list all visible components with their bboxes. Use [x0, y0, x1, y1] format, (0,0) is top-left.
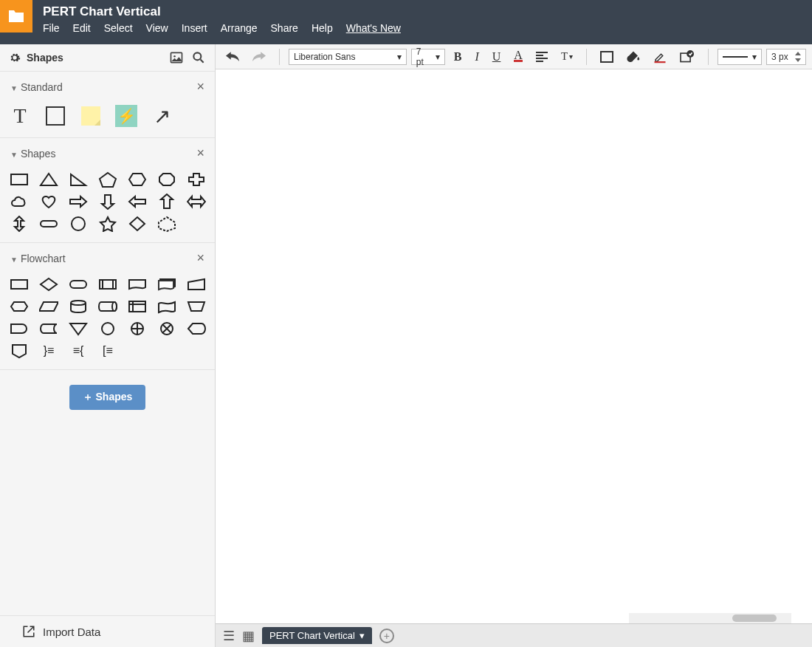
fontsize-select[interactable]: 7 pt ▾	[411, 49, 445, 65]
close-icon[interactable]: ×	[196, 250, 204, 266]
shape-polygon5[interactable]	[156, 216, 177, 232]
stroke-select[interactable]: ▾	[718, 49, 762, 65]
sidebar-header: Shapes	[0, 44, 215, 72]
app-logo[interactable]	[0, 0, 32, 32]
line-tool[interactable]: ↗	[151, 105, 173, 127]
shape-arrow-lr[interactable]	[186, 194, 207, 210]
image-icon[interactable]	[169, 50, 184, 65]
text-tool[interactable]: T	[9, 105, 31, 127]
fc-hex[interactable]	[9, 298, 30, 315]
horizontal-scrollbar[interactable]	[629, 613, 791, 623]
redo-button[interactable]	[248, 49, 270, 64]
fc-merge[interactable]	[68, 321, 89, 337]
shape-triangle[interactable]	[38, 171, 59, 188]
shapestyle-button[interactable]	[675, 48, 699, 66]
toolbar: Liberation Sans▾ 7 pt ▾ B I U A T▾ ▾ 3 p…	[216, 44, 812, 69]
document-title[interactable]: PERT Chart Vertical	[43, 4, 401, 19]
fc-or[interactable]	[127, 321, 148, 337]
panel-flowchart-header[interactable]: ▼Flowchart ×	[0, 243, 215, 273]
shape-rect[interactable]	[9, 171, 30, 188]
fc-delay[interactable]	[9, 321, 30, 337]
underline-button[interactable]: U	[488, 48, 506, 66]
fc-brace-eq[interactable]: ≡{	[68, 343, 89, 359]
undo-button[interactable]	[221, 49, 244, 64]
panel-standard-header[interactable]: ▼Standard ×	[0, 72, 215, 102]
menu-whatsnew[interactable]: What's New	[346, 22, 401, 34]
menu-file[interactable]: File	[43, 22, 60, 34]
fc-input[interactable]	[186, 276, 207, 292]
fc-multidoc[interactable]	[156, 276, 177, 292]
close-icon[interactable]: ×	[196, 146, 204, 161]
titlebar: PERT Chart Vertical File Edit Select Vie…	[0, 0, 812, 44]
strokewidth-select[interactable]: 3 px	[766, 49, 806, 65]
shape-arrow-r[interactable]	[68, 194, 89, 210]
menu-edit[interactable]: Edit	[73, 22, 91, 34]
fc-display[interactable]	[186, 321, 207, 337]
outline-view-icon[interactable]: ☰	[223, 628, 235, 644]
rect-button[interactable]	[596, 49, 618, 65]
shape-hexagon[interactable]	[127, 171, 148, 188]
close-icon[interactable]: ×	[196, 79, 204, 95]
fc-terminator[interactable]	[68, 276, 89, 292]
fc-note[interactable]: [≡	[97, 343, 118, 359]
fc-offpage[interactable]	[9, 343, 30, 359]
shape-cloud[interactable]	[9, 194, 30, 210]
menu-insert[interactable]: Insert	[182, 22, 207, 34]
page-tab[interactable]: PERT Chart Vertical▾	[262, 627, 372, 644]
fc-predef[interactable]	[97, 276, 118, 292]
shape-circle[interactable]	[68, 216, 89, 232]
search-icon[interactable]	[191, 50, 206, 65]
font-select[interactable]: Liberation Sans▾	[289, 49, 407, 65]
bordercolor-button[interactable]	[649, 48, 671, 66]
shape-arrow-ud[interactable]	[9, 216, 30, 232]
block-tool[interactable]	[44, 105, 66, 127]
menu-help[interactable]: Help	[312, 22, 333, 34]
fc-doc[interactable]	[127, 276, 148, 292]
textstyle-button[interactable]: T▾	[557, 48, 577, 65]
fill-button[interactable]	[622, 48, 644, 66]
bold-button[interactable]: B	[450, 48, 467, 66]
gear-icon[interactable]	[9, 52, 21, 64]
workspace: Liberation Sans▾ 7 pt ▾ B I U A T▾ ▾ 3 p…	[216, 44, 812, 647]
fc-tape[interactable]	[156, 298, 177, 315]
panel-shapes-header[interactable]: ▼Shapes ×	[0, 138, 215, 168]
bolt-tool[interactable]: ⚡	[115, 105, 137, 127]
more-shapes-button[interactable]: ＋ Shapes	[69, 385, 146, 410]
note-tool[interactable]	[80, 105, 102, 127]
shape-octagon[interactable]	[156, 171, 177, 188]
fc-process[interactable]	[9, 276, 30, 292]
fc-db[interactable]	[68, 298, 89, 315]
fc-direct[interactable]	[97, 298, 118, 315]
fc-connector[interactable]	[97, 321, 118, 337]
grid-view-icon[interactable]: ▦	[242, 628, 255, 644]
svg-point-12	[102, 323, 114, 335]
italic-button[interactable]: I	[470, 48, 483, 66]
import-data-button[interactable]: Import Data	[0, 615, 215, 647]
fc-decision[interactable]	[38, 276, 59, 292]
svg-point-18	[687, 50, 693, 56]
menu-arrange[interactable]: Arrange	[221, 22, 258, 34]
fc-data[interactable]	[38, 298, 59, 315]
shape-rtriangle[interactable]	[68, 171, 89, 188]
fc-sum[interactable]	[156, 321, 177, 337]
fc-brace-r[interactable]: }≡	[38, 343, 59, 359]
svg-rect-4	[41, 221, 57, 227]
shape-arrow-l[interactable]	[127, 194, 148, 210]
add-page-button[interactable]: +	[379, 629, 394, 643]
shape-star[interactable]	[97, 216, 118, 232]
shape-arrow-u[interactable]	[156, 194, 177, 210]
shape-diamond[interactable]	[127, 216, 148, 232]
fc-manual[interactable]	[186, 298, 207, 315]
menu-view[interactable]: View	[146, 22, 168, 34]
shape-pentagon[interactable]	[97, 171, 118, 188]
shape-cross[interactable]	[186, 171, 207, 188]
shape-pill[interactable]	[38, 216, 59, 232]
align-button[interactable]	[531, 49, 552, 64]
fc-intern[interactable]	[127, 298, 148, 315]
shape-heart[interactable]	[38, 194, 59, 210]
menu-share[interactable]: Share	[271, 22, 298, 34]
textcolor-button[interactable]: A	[509, 49, 527, 64]
shape-arrow-d[interactable]	[97, 194, 118, 210]
fc-stored[interactable]	[38, 321, 59, 337]
menu-select[interactable]: Select	[104, 22, 133, 34]
